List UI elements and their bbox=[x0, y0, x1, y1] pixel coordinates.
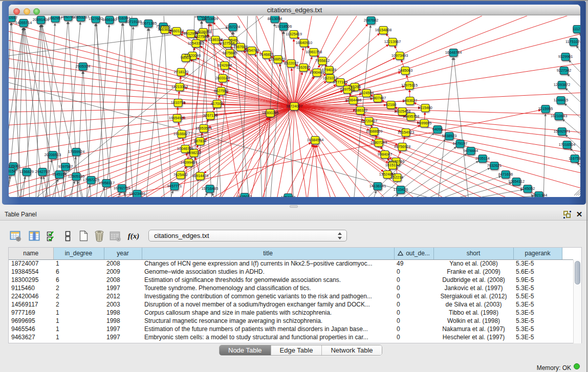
column-header-in-degree[interactable]: in_degree bbox=[53, 248, 104, 259]
network-window-titlebar[interactable]: citations_edges.txt bbox=[9, 5, 580, 15]
table-row[interactable]: 969969511998Structural magnetic resonanc… bbox=[9, 317, 573, 325]
splitter-grip[interactable] bbox=[290, 205, 298, 208]
red-edge[interactable] bbox=[282, 144, 313, 197]
node-label: 2718120 bbox=[174, 70, 188, 74]
red-edge[interactable] bbox=[294, 106, 353, 197]
red-edge[interactable] bbox=[307, 145, 315, 197]
table-cell: 0 bbox=[394, 309, 433, 317]
black-edge[interactable] bbox=[577, 46, 581, 74]
tab-network-table[interactable]: Network Table bbox=[322, 345, 381, 355]
red-edge[interactable] bbox=[9, 67, 294, 106]
network-graph[interactable]: 9605571405571420691406166295710927831085… bbox=[9, 16, 580, 197]
black-edge[interactable] bbox=[149, 29, 165, 198]
table-cell: 18724007 bbox=[9, 259, 53, 268]
black-edge[interactable] bbox=[580, 33, 580, 61]
black-edge[interactable] bbox=[373, 191, 376, 197]
black-edge[interactable] bbox=[18, 177, 26, 197]
red-edge[interactable] bbox=[294, 81, 326, 106]
table-row[interactable]: 911546021997Tourette syndrome. Phenomeno… bbox=[9, 284, 573, 292]
black-edge[interactable] bbox=[9, 28, 23, 154]
column-header-short[interactable]: short bbox=[433, 248, 513, 259]
black-edge[interactable] bbox=[123, 24, 134, 198]
stepper-up-arrow bbox=[338, 232, 342, 235]
black-edge[interactable] bbox=[256, 16, 262, 197]
close-panel-icon[interactable]: ✕ bbox=[575, 209, 583, 220]
tab-node-table[interactable]: Node Table bbox=[220, 345, 271, 355]
table-cell: 49 bbox=[394, 259, 433, 268]
table-settings-button[interactable] bbox=[9, 230, 21, 242]
red-edge[interactable] bbox=[316, 145, 319, 198]
table-row[interactable]: 977716911998Corpus callosum shape and si… bbox=[9, 309, 573, 317]
column-header-out-de-[interactable]: out_de... bbox=[394, 248, 433, 259]
node-label: 9474444 bbox=[464, 148, 478, 153]
column-header-name[interactable]: name bbox=[9, 248, 53, 259]
red-edge[interactable] bbox=[294, 106, 580, 173]
tab-edge-table[interactable]: Edge Table bbox=[271, 345, 322, 355]
network-view-frame[interactable]: citations_edges.txt 96055714055714206914… bbox=[2, 1, 586, 205]
table-row[interactable]: 1456911722003Disruption of a novel membe… bbox=[9, 300, 573, 309]
table-row[interactable]: 1830029562008Estimation of significance … bbox=[9, 276, 573, 284]
column-header-pagerank[interactable]: pagerank bbox=[513, 248, 562, 259]
table-cell-filler bbox=[562, 292, 573, 300]
float-panel-icon[interactable] bbox=[563, 211, 571, 218]
node-label: 2087682 bbox=[364, 18, 378, 23]
black-edge[interactable] bbox=[543, 114, 546, 198]
black-edge[interactable] bbox=[577, 163, 580, 190]
red-edge[interactable] bbox=[294, 106, 580, 164]
function-builder-button[interactable]: f(x) bbox=[126, 230, 141, 242]
black-edge[interactable] bbox=[465, 196, 534, 197]
red-edge[interactable] bbox=[292, 106, 294, 197]
table-select-combo[interactable]: citations_edges.txt bbox=[148, 230, 347, 242]
red-edge[interactable] bbox=[294, 106, 517, 197]
delete-table-button[interactable] bbox=[109, 230, 121, 242]
black-edge[interactable] bbox=[202, 193, 207, 197]
node-label: 14055714 bbox=[15, 20, 32, 25]
red-edge[interactable] bbox=[9, 106, 294, 195]
black-edge[interactable] bbox=[68, 181, 75, 197]
node-label: 7886322 bbox=[353, 108, 367, 113]
red-edge[interactable] bbox=[294, 106, 580, 140]
table-row[interactable]: 946362711997Embryonic stem cells: a mode… bbox=[9, 333, 573, 341]
select-rows-button[interactable] bbox=[46, 230, 58, 242]
red-edge[interactable] bbox=[294, 93, 580, 106]
column-chooser-button[interactable] bbox=[61, 230, 74, 242]
black-edge[interactable] bbox=[420, 168, 490, 197]
node-label: 960557 bbox=[9, 16, 17, 20]
table-cell: 1997 bbox=[104, 325, 142, 333]
table-cell: 0 bbox=[394, 333, 433, 341]
new-table-button[interactable] bbox=[77, 230, 90, 242]
network-canvas[interactable]: 9605571405571420691406166295710927831085… bbox=[9, 16, 580, 197]
table-cell: 6 bbox=[53, 268, 104, 276]
scrollbar-thumb[interactable] bbox=[575, 261, 580, 285]
red-edge[interactable] bbox=[138, 106, 294, 197]
red-edge[interactable] bbox=[294, 106, 491, 197]
black-edge[interactable] bbox=[146, 32, 163, 198]
select-column-button[interactable] bbox=[28, 230, 40, 242]
table-cell: Tourette syndrome. Phenomenology and cla… bbox=[142, 284, 394, 292]
black-edge[interactable] bbox=[86, 185, 90, 197]
table-cell: 5.5E-5 bbox=[513, 292, 562, 300]
column-header-year[interactable]: year bbox=[104, 248, 142, 259]
table-row[interactable]: 1938455462009Genome–wide association stu… bbox=[9, 268, 573, 276]
resize-grip-icon[interactable] bbox=[574, 189, 580, 195]
table-cell: 19384554 bbox=[9, 268, 53, 276]
table-row[interactable]: 1872400712008Changes of HCN gene express… bbox=[9, 259, 573, 268]
black-edge[interactable] bbox=[569, 60, 580, 89]
red-edge[interactable] bbox=[316, 145, 332, 197]
table-row[interactable]: 2242004622012Investigating the contribut… bbox=[9, 292, 573, 300]
red-edge[interactable] bbox=[294, 39, 294, 107]
node-label: 9777169 bbox=[333, 80, 347, 84]
node-label: 20206513 bbox=[45, 152, 61, 157]
trash-icon bbox=[93, 230, 105, 242]
table-cell: 0 bbox=[394, 317, 433, 325]
column-header-title[interactable]: title bbox=[142, 248, 394, 259]
black-edge[interactable] bbox=[568, 74, 580, 102]
sort-ascending-icon bbox=[398, 250, 403, 255]
node-label: 9435032 bbox=[237, 194, 252, 197]
table-row[interactable]: 946554611997Estimation of the future num… bbox=[9, 325, 573, 333]
red-edge[interactable] bbox=[9, 106, 294, 155]
delete-column-button[interactable] bbox=[93, 230, 105, 242]
red-edge[interactable] bbox=[294, 16, 532, 106]
table-vertical-scrollbar[interactable] bbox=[573, 260, 581, 343]
red-edge[interactable] bbox=[230, 106, 294, 197]
